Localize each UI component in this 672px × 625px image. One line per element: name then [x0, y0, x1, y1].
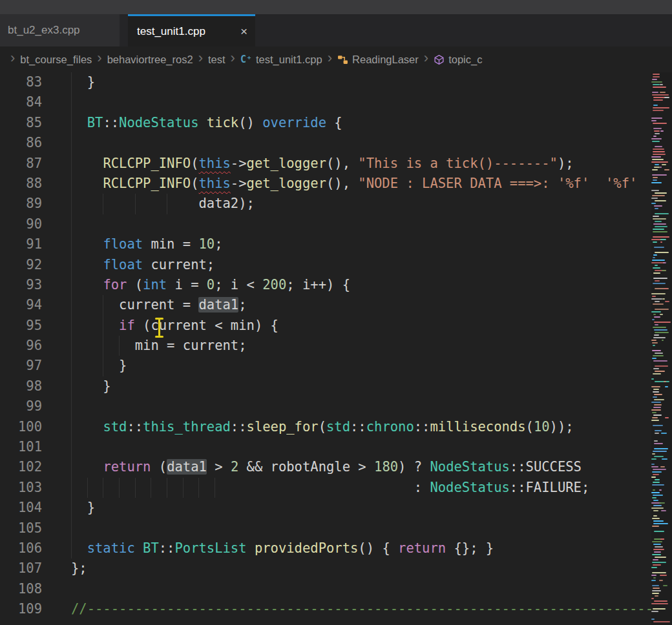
code-line[interactable]: 97 } [0, 356, 672, 376]
code-line[interactable]: 85 BT::NodeStatus tick() override { [0, 113, 672, 133]
code-editor[interactable]: 83 }8485 BT::NodeStatus tick() override … [0, 72, 672, 625]
code-line[interactable]: 105 [0, 518, 672, 538]
minimap-line [655, 280, 660, 282]
minimap-line [659, 580, 663, 581]
code-line[interactable]: 102 return (data1 > 2 && robotAngle > 18… [0, 457, 672, 477]
code-text: for (int i = 0; i < 200; i++) { [71, 275, 350, 295]
line-number: 99 [0, 396, 42, 416]
code-line[interactable]: 103 : NodeStatus::FAILURE; [0, 478, 672, 498]
close-icon[interactable]: × [240, 25, 247, 37]
minimap[interactable] [651, 72, 672, 625]
minimap-line [653, 303, 664, 305]
minimap-line [653, 515, 657, 517]
indent-guide [71, 316, 72, 336]
breadcrumb-item-topic-c[interactable]: topic_c [434, 54, 482, 66]
minimap-line [662, 340, 664, 341]
minimap-line [660, 84, 663, 85]
minimap-line [652, 593, 659, 594]
indent-guide [167, 478, 167, 498]
line-number: 95 [0, 316, 42, 336]
code-line[interactable]: 86 [0, 133, 672, 153]
code-line[interactable]: 101 [0, 437, 672, 457]
minimap-line [652, 541, 662, 542]
minimap-line [653, 254, 657, 256]
minimap-line [652, 141, 660, 142]
minimap-line [651, 203, 656, 204]
minimap-line [652, 342, 658, 343]
minimap-line [651, 138, 662, 139]
minimap-line [653, 505, 662, 506]
breadcrumb-item-test-unit1-cpp[interactable]: C⁺test_unit1.cpp [240, 54, 322, 66]
minimap-line [653, 495, 663, 496]
code-line[interactable]: 87 RCLCPP_INFO(this->get_logger(), "This… [0, 154, 672, 174]
indent-guide [71, 92, 72, 112]
code-line[interactable]: 83 } [0, 72, 672, 92]
minimap-line [653, 510, 658, 511]
code-line[interactable]: 99 [0, 396, 672, 416]
minimap-line [652, 471, 662, 473]
code-line[interactable]: 89 data2); [0, 194, 672, 214]
minimap-line [655, 557, 666, 558]
code-line[interactable]: 107}; [0, 558, 672, 579]
minimap-line [653, 216, 659, 217]
breadcrumb-item-bt-course-files[interactable]: bt_course_files [20, 54, 92, 66]
breadcrumb-item-readinglaser[interactable]: ReadingLaser [337, 54, 419, 66]
code-text: RCLCPP_INFO(this->get_logger(), "NODE : … [71, 174, 637, 194]
code-text: RCLCPP_INFO(this->get_logger(), "This is… [71, 154, 574, 174]
code-line[interactable]: 94 current = data1; [0, 295, 672, 315]
breadcrumb-item-test[interactable]: test [208, 54, 226, 66]
line-number: 96 [0, 336, 42, 356]
minimap-line [651, 293, 666, 294]
tab-bt-u2-ex3-cpp[interactable]: bt_u2_ex3.cpp [0, 14, 120, 46]
tab-test-unit1-cpp[interactable]: test_unit1.cpp × [128, 14, 255, 46]
minimap-line [653, 360, 667, 362]
minimap-line [652, 526, 659, 527]
minimap-line [653, 327, 666, 328]
code-line[interactable]: 108 [0, 579, 672, 599]
line-number: 101 [0, 437, 42, 457]
minimap-line [662, 298, 665, 300]
indent-guide [119, 478, 120, 498]
minimap-line [653, 272, 660, 274]
indent-guide [71, 234, 72, 254]
code-line[interactable]: 92 float current; [0, 255, 672, 275]
code-text: std::this_thread::sleep_for(std::chrono:… [71, 417, 574, 437]
minimap-line [665, 417, 669, 418]
breadcrumb-label: ReadingLaser [352, 54, 419, 66]
line-number: 106 [0, 538, 42, 558]
code-line[interactable]: 95 if (current < min) { [0, 316, 672, 336]
minimap-line [653, 314, 656, 315]
code-line[interactable]: 104 } [0, 498, 672, 518]
code-line[interactable]: 90 [0, 214, 672, 234]
code-line[interactable]: 109//-----------------------------------… [0, 599, 672, 619]
minimap-line [653, 136, 656, 137]
code-line[interactable]: 88 RCLCPP_INFO(this->get_logger(), "NODE… [0, 174, 672, 194]
code-line[interactable]: 84 [0, 92, 672, 112]
breadcrumb-label: bt_course_files [20, 54, 92, 66]
minimap-line [651, 420, 659, 421]
code-line[interactable]: 98 } [0, 376, 672, 396]
code-text: : NodeStatus::FAILURE; [71, 478, 589, 498]
minimap-line [653, 149, 664, 150]
line-number: 89 [0, 194, 42, 214]
code-lines: 83 }8485 BT::NodeStatus tick() override … [0, 72, 672, 620]
line-number: 100 [0, 417, 42, 437]
minimap-line [655, 433, 659, 434]
minimap-line [653, 520, 664, 522]
minimap-line [653, 177, 658, 178]
code-line[interactable]: 91 float min = 10; [0, 234, 672, 254]
code-line[interactable]: 93 for (int i = 0; i < 200; i++) { [0, 275, 672, 295]
minimap-line [665, 301, 669, 302]
code-line[interactable]: 106 static BT::PortsList providedPorts()… [0, 538, 672, 558]
minimap-line [653, 223, 666, 225]
minimap-line [651, 492, 660, 493]
breadcrumb-item-behaviortree-ros2[interactable]: behaviortree_ros2 [107, 54, 193, 66]
indent-guide [198, 478, 199, 498]
code-line[interactable]: 96 min = current; [0, 336, 672, 356]
code-text: } [71, 376, 111, 396]
minimap-line [662, 458, 667, 460]
code-text: return (data1 > 2 && robotAngle > 180) ?… [71, 457, 582, 477]
code-line[interactable]: 100 std::this_thread::sleep_for(std::chr… [0, 417, 672, 437]
minimap-line [652, 94, 669, 96]
line-number: 83 [0, 72, 42, 92]
